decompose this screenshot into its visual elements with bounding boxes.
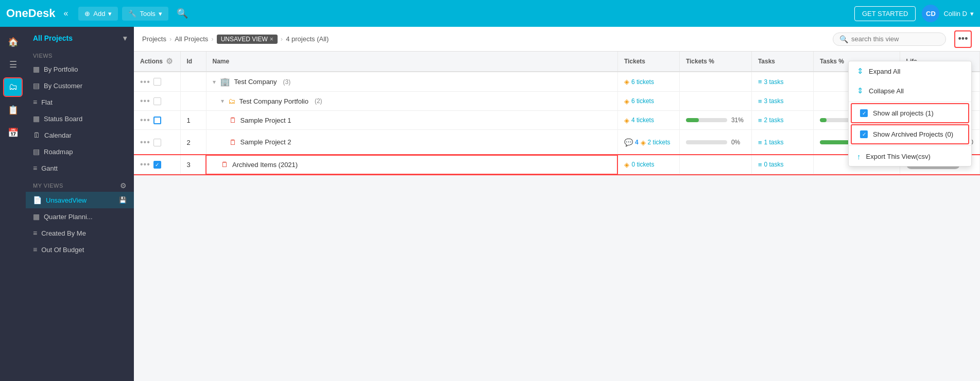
ticket-icon: ◈ [624, 97, 629, 105]
icon-bar-projects[interactable]: 🗂 [3, 77, 23, 97]
tasks-cell: ≡ 3 tasks [751, 72, 813, 92]
search-icon: 🔍 [839, 35, 848, 43]
sidebar-item-label: Quarter Planni... [44, 213, 93, 221]
row-actions-icon[interactable]: ••• [140, 96, 150, 106]
row-id-cell: 2 [180, 130, 206, 155]
breadcrumb-tag-label: UNSAVED VIEW [221, 36, 268, 43]
icon-bar-home[interactable]: 🏠 [3, 32, 23, 52]
tickets-value: 0 tickets [631, 161, 654, 168]
gantt-icon: ≡ [33, 164, 37, 172]
show-all-projects-label: Show all projects (1) [873, 109, 934, 117]
sidebar-item-gantt[interactable]: ≡ Gantt [26, 160, 134, 176]
my-views-settings-icon[interactable]: ⚙ [120, 181, 127, 190]
tasks-link[interactable]: ≡ 0 tasks [758, 161, 807, 169]
tickets-link[interactable]: ◈ 4 tickets [624, 117, 673, 124]
dropdown-show-all-projects[interactable]: ✓ Show all projects (1) [851, 103, 969, 123]
more-options-button[interactable]: ••• [954, 30, 972, 48]
customer-icon: ▤ [33, 81, 40, 90]
row-checkbox[interactable] [153, 78, 161, 86]
tickets-pct-cell [679, 72, 751, 92]
sidebar: All Projects ▾ VIEWS ▦ By Portfolio ▤ By… [26, 27, 134, 381]
add-button[interactable]: ⊕ Add ▾ [78, 7, 118, 21]
tools-button[interactable]: 🔧 Tools ▾ [122, 7, 168, 21]
dropdown-menu: ⇕ Expand All ⇕ Collapse All ✓ Show all p… [848, 61, 972, 167]
tickets-link[interactable]: ◈ 2 tickets [641, 139, 670, 146]
table-settings-icon[interactable]: ⚙ [166, 57, 173, 66]
nav-collapse-icon[interactable]: « [63, 9, 68, 18]
expand-icon[interactable]: ▾ [213, 78, 216, 86]
dropdown-divider2 [849, 145, 971, 146]
icon-bar: 🏠 ☰ 🗂 📋 📅 [0, 27, 26, 381]
tasks-link[interactable]: ≡ 1 tasks [758, 139, 807, 146]
global-search-icon[interactable]: 🔍 [177, 8, 188, 19]
collapse-all-icon: ⇕ [857, 86, 864, 95]
actions-label: Actions [140, 58, 163, 65]
row-actions-icon[interactable]: ••• [140, 138, 150, 147]
tickets-link[interactable]: ◈ 6 tickets [624, 78, 673, 86]
sidebar-item-roadmap[interactable]: ▤ Roadmap [26, 143, 134, 160]
row-checkbox[interactable]: ✓ [153, 161, 161, 169]
breadcrumb-tag-close-icon[interactable]: × [270, 36, 273, 43]
row-checkbox[interactable] [153, 117, 161, 124]
sidebar-item-by-customer[interactable]: ▤ By Customer [26, 77, 134, 94]
created-by-me-icon: ≡ [33, 229, 37, 237]
dropdown-collapse-all[interactable]: ⇕ Collapse All [849, 81, 971, 101]
expand-all-label: Expand All [869, 68, 900, 75]
breadcrumb-all-projects[interactable]: All Projects [175, 35, 208, 43]
sidebar-header-chevron-icon[interactable]: ▾ [123, 34, 127, 42]
row-name-label: Test Company [234, 78, 277, 86]
breadcrumb-sep3: › [281, 35, 283, 43]
tasks-link[interactable]: ≡ 3 tasks [758, 97, 807, 105]
tickets-link[interactable]: ◈ 0 tickets [624, 161, 673, 169]
task-icon: ≡ [758, 139, 762, 146]
sidebar-item-label: Gantt [41, 164, 58, 172]
dropdown-export-csv[interactable]: ↑ Export This View(csv) [849, 147, 971, 166]
row-actions-icon[interactable]: ••• [140, 160, 150, 169]
roadmap-icon: ▤ [33, 147, 40, 156]
user-menu-chevron-icon[interactable]: ▾ [970, 10, 974, 18]
sidebar-item-out-of-budget[interactable]: ≡ Out Of Budget [26, 241, 134, 258]
get-started-button[interactable]: GET STARTED [854, 6, 916, 21]
row-name-cell: 🗒 Sample Project 2 [206, 130, 617, 155]
dropdown-show-archived[interactable]: ✓ Show Archived Projects (0) [851, 124, 969, 144]
dropdown-expand-all[interactable]: ⇕ Expand All [849, 61, 971, 81]
sidebar-item-by-portfolio[interactable]: ▦ By Portfolio [26, 61, 134, 77]
breadcrumb-projects[interactable]: Projects [142, 35, 166, 43]
portfolio-icon: ▦ [33, 65, 40, 73]
row-checkbox[interactable] [153, 97, 161, 105]
breadcrumb-count: 4 projects (All) [286, 35, 329, 43]
portfolio-folder-icon: 🗂 [228, 97, 235, 105]
row-id-cell [180, 92, 206, 111]
tasks-link[interactable]: ≡ 3 tasks [758, 78, 807, 86]
row-checkbox[interactable] [153, 139, 161, 146]
row-actions-icon[interactable]: ••• [140, 115, 150, 125]
project-icon: 🗒 [229, 138, 236, 146]
icon-bar-list[interactable]: ☰ [3, 55, 23, 74]
sidebar-item-flat[interactable]: ≡ Flat [26, 94, 134, 110]
tickets-link[interactable]: ◈ 6 tickets [624, 97, 673, 105]
views-section-label: VIEWS [26, 47, 134, 61]
unsaved-view-save-icon[interactable]: 💾 [119, 196, 127, 204]
sidebar-item-unsaved-view[interactable]: 📄 UnsavedView 💾 [26, 192, 134, 208]
row-actions-icon[interactable]: ••• [140, 77, 150, 87]
show-all-projects-checkbox[interactable]: ✓ [860, 109, 868, 117]
sidebar-title: All Projects [33, 34, 73, 42]
sidebar-item-created-by-me[interactable]: ≡ Created By Me [26, 225, 134, 241]
tickets-progress-fill [686, 118, 699, 122]
expand-icon[interactable]: ▾ [221, 97, 224, 105]
tasks-progress-fill [820, 118, 827, 122]
search-input[interactable] [851, 35, 934, 43]
row-name-cell: 🗒 Sample Project 1 [206, 111, 617, 130]
breadcrumb-tag: UNSAVED VIEW × [217, 35, 278, 44]
sidebar-item-quarter-planning[interactable]: ▦ Quarter Planni... [26, 208, 134, 225]
icon-bar-tasks[interactable]: 📋 [3, 100, 23, 120]
tasks-link[interactable]: ≡ 2 tasks [758, 117, 807, 124]
out-of-budget-icon: ≡ [33, 245, 37, 254]
quarter-planning-icon: ▦ [33, 212, 40, 221]
tickets-pct-cell [679, 155, 751, 174]
show-archived-checkbox[interactable]: ✓ [860, 130, 868, 138]
sidebar-item-calendar[interactable]: 🗓 Calendar [26, 127, 134, 143]
sidebar-item-status-board[interactable]: ▦ Status Board [26, 110, 134, 127]
row-count: (2) [315, 97, 322, 105]
icon-bar-calendar[interactable]: 📅 [3, 123, 23, 142]
